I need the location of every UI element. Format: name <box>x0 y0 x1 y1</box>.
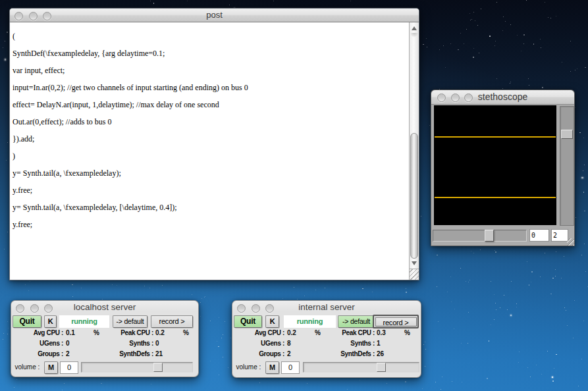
scrollbar-thumb[interactable] <box>561 130 573 139</box>
star <box>81 288 82 288</box>
star <box>527 367 528 368</box>
volume-numberbox[interactable]: 0 <box>281 361 300 374</box>
star <box>6 160 7 161</box>
volume-numberbox[interactable]: 0 <box>60 361 78 374</box>
star <box>422 388 423 389</box>
scope-vertical-scrollbar[interactable] <box>560 106 574 226</box>
star <box>437 286 437 287</box>
star <box>469 280 470 280</box>
star <box>405 381 406 382</box>
avg-cpu-value: 0.2 <box>287 328 296 338</box>
vertical-scrollbar[interactable] <box>409 22 419 280</box>
window-title: internal server <box>232 301 421 314</box>
resize-grip-icon[interactable] <box>409 269 419 280</box>
post-titlebar[interactable]: post <box>10 9 419 22</box>
slider-thumb[interactable] <box>485 230 494 242</box>
star <box>236 378 237 379</box>
scope-index-numberbox[interactable]: 0 <box>529 229 549 242</box>
star <box>545 2 545 3</box>
star <box>8 328 9 328</box>
mute-button[interactable]: M <box>265 361 279 374</box>
star <box>101 383 102 384</box>
scope-horizontal-slider[interactable] <box>433 230 527 242</box>
ugens-value: 0 <box>66 339 70 348</box>
quit-button[interactable]: Quit <box>13 315 41 328</box>
star <box>495 251 496 253</box>
star <box>230 338 231 338</box>
groups-label: Groups : <box>11 350 63 359</box>
internal-titlebar[interactable]: internal server <box>232 301 421 314</box>
kill-button[interactable]: K <box>44 315 57 328</box>
star <box>503 16 504 17</box>
star <box>192 294 192 295</box>
volume-slider[interactable] <box>81 362 193 373</box>
slider-thumb[interactable] <box>153 363 163 372</box>
star <box>450 276 451 277</box>
star <box>372 292 373 292</box>
window-title: localhost server <box>11 301 198 314</box>
synthdefs-value: 26 <box>377 350 384 359</box>
star <box>477 25 478 26</box>
code-line: var input, effect; <box>13 62 409 79</box>
resize-grip-icon[interactable] <box>567 238 574 246</box>
star <box>471 251 471 251</box>
star <box>583 138 584 138</box>
scope-trace-channel-1 <box>435 136 556 138</box>
localhost-titlebar[interactable]: localhost server <box>11 301 198 314</box>
star <box>7 334 8 334</box>
stethoscope-titlebar[interactable]: stethoscope <box>431 90 574 105</box>
star <box>470 20 471 20</box>
code-line: y.free; <box>13 182 409 199</box>
star <box>187 1 188 1</box>
star <box>581 177 583 178</box>
star <box>575 70 575 70</box>
star <box>429 125 430 126</box>
star <box>473 48 474 49</box>
star <box>117 285 117 286</box>
star <box>566 310 566 311</box>
star <box>530 377 531 377</box>
star <box>425 342 425 342</box>
star <box>519 352 520 352</box>
star <box>548 17 548 18</box>
make-default-button[interactable]: -> default <box>113 315 147 328</box>
quit-button[interactable]: Quit <box>234 315 262 328</box>
star <box>505 21 506 22</box>
star <box>528 78 529 79</box>
groups-value: 2 <box>66 350 70 359</box>
scope-channels-numberbox[interactable]: 2 <box>551 229 568 242</box>
star <box>406 288 406 289</box>
star <box>460 268 461 269</box>
star <box>462 382 462 382</box>
internal-server-window: internal server Quit K running -> defaul… <box>232 300 421 378</box>
star <box>581 255 582 255</box>
star <box>435 382 436 382</box>
star <box>102 299 103 300</box>
star <box>304 296 305 296</box>
star <box>144 286 145 286</box>
star <box>531 282 531 282</box>
star <box>585 271 586 272</box>
volume-slider[interactable] <box>303 362 419 373</box>
star <box>480 249 481 250</box>
star <box>473 253 474 253</box>
star <box>362 288 363 290</box>
scrollbar-thumb[interactable] <box>410 133 418 259</box>
make-default-button[interactable]: -> default <box>338 315 375 328</box>
post-text-area[interactable]: ( SynthDef(\fxexampledelay, {arg delayti… <box>10 22 409 280</box>
star <box>584 211 585 212</box>
kill-button[interactable]: K <box>265 315 279 328</box>
mute-button[interactable]: M <box>44 361 58 374</box>
star <box>504 295 505 296</box>
star <box>510 82 511 82</box>
scroll-up-arrow-icon[interactable] <box>412 26 417 30</box>
volume-row: volume : M 0 <box>232 361 421 374</box>
star <box>468 282 469 282</box>
star <box>149 288 150 288</box>
record-button[interactable]: record > <box>151 315 193 328</box>
scroll-down-arrow-icon[interactable] <box>412 261 417 265</box>
star <box>458 49 459 51</box>
star <box>540 276 541 277</box>
slider-thumb[interactable] <box>377 363 386 372</box>
record-button[interactable]: record > <box>375 317 417 326</box>
